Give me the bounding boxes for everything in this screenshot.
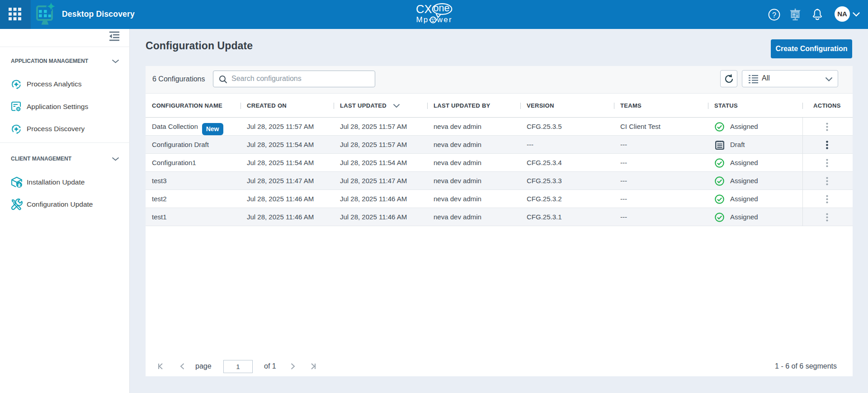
svg-text:one: one (434, 3, 450, 14)
svg-text:Mp: Mp (416, 15, 429, 24)
svg-text:CX: CX (416, 3, 432, 15)
svg-text:?: ? (772, 11, 776, 19)
svg-text:wer: wer (437, 15, 453, 24)
